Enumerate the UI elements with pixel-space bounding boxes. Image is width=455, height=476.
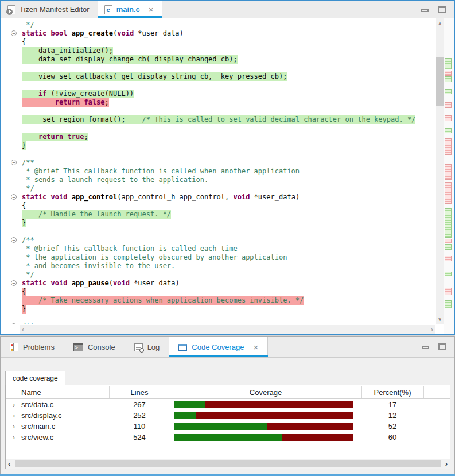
- percent-value: 12: [361, 411, 423, 420]
- code-coverage-icon: [178, 344, 187, 351]
- fold-collapse-icon[interactable]: −: [11, 160, 17, 165]
- horizontal-scrollbar-thumb[interactable]: [15, 460, 441, 467]
- coverage-row[interactable]: ›src/data.c26717: [6, 399, 450, 410]
- subtab-code-coverage[interactable]: code coverage: [5, 371, 65, 385]
- expand-chevron-icon[interactable]: ›: [13, 400, 15, 409]
- code-line: [1, 81, 436, 90]
- covered-marker[interactable]: [445, 128, 452, 133]
- code-line: −/**: [1, 158, 436, 167]
- uncovered-segment: [282, 434, 353, 441]
- column-header-name[interactable]: Name: [21, 385, 41, 399]
- covered-marker[interactable]: [445, 244, 452, 250]
- tab-label: Code Coverage: [192, 343, 244, 351]
- coverage-bar: [174, 423, 353, 430]
- percent-value: 52: [361, 422, 423, 431]
- uncovered-marker[interactable]: [445, 288, 452, 295]
- column-separator[interactable]: [109, 386, 110, 398]
- scroll-right-icon[interactable]: ›: [431, 325, 433, 334]
- tab-label: Log: [147, 343, 160, 351]
- expand-chevron-icon[interactable]: ›: [13, 411, 15, 420]
- uncovered-marker[interactable]: [445, 256, 452, 261]
- covered-marker[interactable]: [445, 208, 452, 238]
- lines-count: 110: [109, 422, 170, 431]
- column-separator[interactable]: [170, 386, 170, 398]
- covered-marker[interactable]: [445, 89, 452, 94]
- uncovered-segment: [267, 423, 353, 430]
- file-name: src/main.c: [21, 422, 55, 431]
- overview-ruler[interactable]: [444, 18, 454, 334]
- maximize-icon[interactable]: [438, 343, 446, 350]
- code-line: view_set_callbacks(_get_display_string_c…: [1, 72, 436, 81]
- tab-label: main.c: [116, 5, 140, 14]
- column-header-percent[interactable]: Percent(%): [361, 385, 423, 399]
- code-line: _set_region_format(); /* This is called …: [1, 115, 436, 124]
- active-tab-underline: [98, 16, 162, 18]
- tab-tizen-manifest-editor[interactable]: Tizen Manifest Editor: [1, 1, 98, 18]
- code-line: [1, 150, 436, 158]
- editor-tab-bar: Tizen Manifest Editor c main.c ×: [1, 1, 454, 18]
- code-line: {: [1, 38, 436, 47]
- uncovered-marker[interactable]: [445, 164, 452, 180]
- tab-label: Problems: [23, 343, 55, 351]
- close-tab-icon[interactable]: ×: [253, 342, 258, 352]
- coverage-row[interactable]: ›src/main.c11052: [6, 421, 450, 432]
- scroll-up-icon[interactable]: ∧: [436, 20, 444, 28]
- close-tab-icon[interactable]: ×: [149, 5, 154, 14]
- scroll-left-icon[interactable]: ‹: [8, 459, 10, 469]
- editor-vertical-scrollbar[interactable]: ∧ ∨: [436, 18, 444, 324]
- covered-segment: [174, 423, 267, 430]
- scroll-right-icon[interactable]: ›: [445, 459, 448, 469]
- covered-marker[interactable]: [445, 76, 452, 82]
- minimize-icon[interactable]: [422, 346, 429, 349]
- covered-marker[interactable]: [445, 272, 452, 276]
- tizen-studio-window: Tizen Manifest Editor c main.c × */−stat…: [0, 0, 455, 476]
- fold-collapse-icon[interactable]: −: [11, 323, 17, 324]
- editor-horizontal-scrollbar[interactable]: ‹ ›: [20, 325, 435, 334]
- code-line: /* Take necessary actions when applicati…: [1, 296, 436, 305]
- expand-chevron-icon[interactable]: ›: [13, 422, 15, 431]
- vertical-scrollbar-thumb[interactable]: [436, 57, 444, 106]
- expand-chevron-icon[interactable]: ›: [13, 433, 15, 442]
- tab-log[interactable]: Log: [125, 337, 169, 357]
- code-line: data_set_display_change_cb(_display_chan…: [1, 55, 436, 64]
- coverage-bar: [174, 412, 353, 419]
- fold-collapse-icon[interactable]: −: [11, 237, 17, 243]
- tab-label: Console: [88, 343, 115, 351]
- code-editor[interactable]: */−static bool app_create(void *user_dat…: [1, 18, 436, 324]
- uncovered-marker[interactable]: [445, 138, 452, 155]
- covered-marker[interactable]: [445, 300, 452, 308]
- tab-console[interactable]: >_ Console: [64, 337, 125, 357]
- uncovered-segment: [196, 412, 353, 419]
- maximize-icon[interactable]: [438, 6, 446, 13]
- uncovered-marker[interactable]: [445, 71, 452, 76]
- coverage-row[interactable]: ›src/view.c52460: [6, 432, 450, 443]
- scroll-left-icon[interactable]: ‹: [22, 325, 24, 334]
- scroll-down-icon[interactable]: ∨: [436, 315, 444, 323]
- tab-problems[interactable]: Problems: [1, 337, 64, 357]
- fold-collapse-icon[interactable]: −: [11, 194, 17, 200]
- column-header-lines[interactable]: Lines: [109, 385, 170, 399]
- minimize-icon[interactable]: [421, 9, 429, 12]
- fold-collapse-icon[interactable]: −: [11, 30, 17, 36]
- fold-collapse-icon[interactable]: −: [11, 280, 17, 286]
- bottom-view-area: Problems >_ Console Log Code Coverage ×: [0, 336, 455, 474]
- uncovered-marker[interactable]: [445, 239, 452, 243]
- coverage-row[interactable]: ›src/display.c25212: [6, 410, 450, 421]
- code-line: }: [1, 219, 436, 227]
- coverage-table-body: ›src/data.c26717›src/display.c25212›src/…: [6, 399, 450, 443]
- tab-code-coverage[interactable]: Code Coverage ×: [169, 337, 268, 357]
- code-line: * the application is completely obscured…: [1, 253, 436, 262]
- column-separator[interactable]: [361, 386, 362, 398]
- table-horizontal-scrollbar[interactable]: ‹ ›: [6, 459, 450, 469]
- column-header-coverage[interactable]: Coverage: [170, 385, 361, 399]
- uncovered-marker[interactable]: [445, 182, 452, 204]
- editor-area: Tizen Manifest Editor c main.c × */−stat…: [0, 0, 455, 335]
- lines-count: 524: [109, 433, 170, 442]
- covered-marker[interactable]: [445, 58, 452, 69]
- column-separator[interactable]: [423, 386, 424, 398]
- uncovered-marker[interactable]: [445, 102, 452, 108]
- code-coverage-view: code coverage Name Lines Coverage Percen…: [1, 358, 454, 474]
- code-line: [1, 107, 436, 115]
- tab-main-c[interactable]: c main.c ×: [98, 1, 162, 18]
- uncovered-marker[interactable]: [445, 115, 452, 121]
